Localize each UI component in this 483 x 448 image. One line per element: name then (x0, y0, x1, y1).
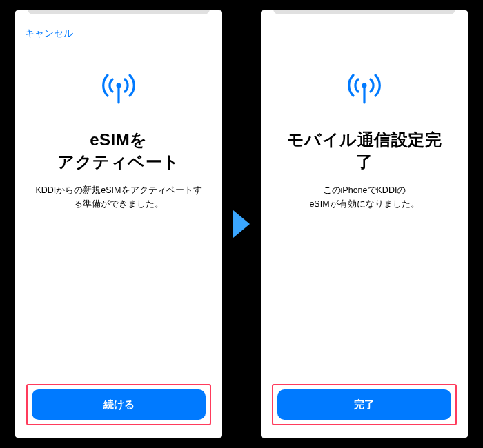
svg-marker-2 (233, 210, 250, 238)
continue-button[interactable]: 続ける (32, 389, 206, 420)
content-area: eSIMをアクティベート KDDIからの新規eSIMをアクティベートする準備がで… (15, 45, 222, 376)
highlight-annotation: 続ける (26, 384, 211, 425)
nav-bar: キャンセル (15, 23, 222, 45)
cancel-button[interactable]: キャンセル (25, 28, 73, 40)
screen-activate-esim: キャンセル eSIMをアクティベート KDDIからの新規eSIMをアクティベート… (15, 10, 222, 438)
content-area: モバイル通信設定完了 このiPhoneでKDDIのeSIMが有効になりました。 (261, 45, 468, 376)
sheet-handle (15, 10, 222, 23)
sheet-handle-bar[interactable] (273, 10, 455, 14)
sheet-handle (261, 10, 468, 23)
bottom-button-area: 続ける (15, 376, 222, 438)
done-button[interactable]: 完了 (277, 389, 451, 420)
page-title: モバイル通信設定完了 (280, 129, 448, 174)
cellular-signal-icon (345, 71, 384, 112)
page-subtitle: このiPhoneでKDDIのeSIMが有効になりました。 (309, 183, 419, 211)
nav-bar (261, 23, 468, 45)
highlight-annotation: 完了 (272, 384, 457, 425)
cellular-signal-icon (99, 71, 138, 112)
bottom-button-area: 完了 (261, 376, 468, 438)
svg-point-4 (362, 83, 367, 88)
page-title: eSIMをアクティベート (57, 129, 180, 174)
transition-arrow-icon (230, 207, 253, 241)
svg-point-1 (117, 83, 121, 88)
sheet-handle-bar[interactable] (28, 10, 210, 14)
screen-setup-complete: モバイル通信設定完了 このiPhoneでKDDIのeSIMが有効になりました。 … (261, 10, 468, 438)
page-subtitle: KDDIからの新規eSIMをアクティベートする準備ができました。 (34, 183, 203, 211)
